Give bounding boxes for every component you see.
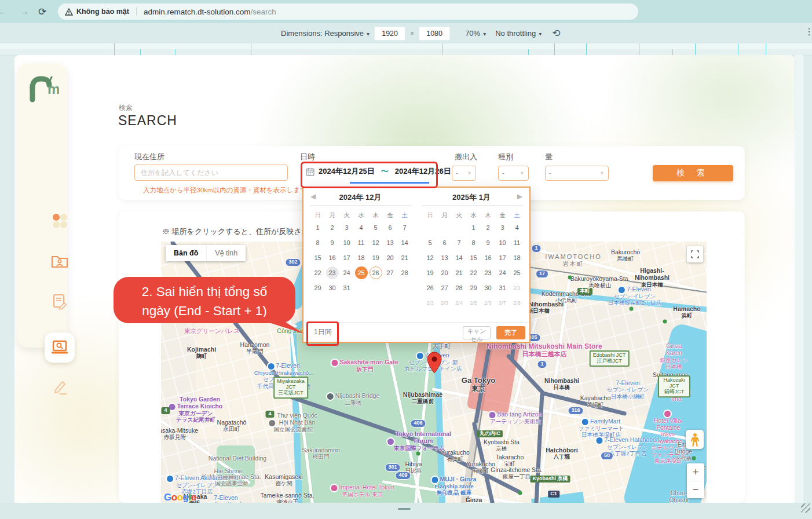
fullscreen-button[interactable] <box>687 246 703 262</box>
calendar-day[interactable]: 19 <box>368 251 383 266</box>
calendar-day[interactable]: 9 <box>481 236 495 251</box>
calendar-day[interactable]: 27 <box>437 282 452 297</box>
calendar-day[interactable]: 12 <box>368 236 383 251</box>
calendar-day[interactable]: 11 <box>510 236 524 251</box>
calendar-day[interactable]: 3 <box>339 221 354 236</box>
map-tab[interactable]: Bản đồ <box>166 245 206 261</box>
viewport-height-input[interactable] <box>419 27 450 41</box>
calendar-day[interactable]: 19 <box>423 266 437 282</box>
calendar-day[interactable]: 13 <box>383 236 397 251</box>
sidebar-item-search-active[interactable] <box>45 332 75 363</box>
calendar-day[interactable]: 28 <box>397 266 412 282</box>
calendar-day[interactable]: 2/5 <box>466 297 481 312</box>
map-pin[interactable] <box>427 352 442 376</box>
sidebar-item-documents[interactable] <box>45 287 75 317</box>
zoom-out-button[interactable]: − <box>687 481 704 498</box>
calendar-day[interactable]: 27 <box>383 266 397 282</box>
calendar-day[interactable]: 25 <box>354 266 368 282</box>
calendar-day[interactable]: 14 <box>397 236 412 251</box>
pegman-control[interactable] <box>686 430 704 449</box>
calendar-day[interactable]: 21 <box>452 266 466 282</box>
type-select[interactable]: - <box>498 166 529 181</box>
calendar-day[interactable]: 23 <box>325 266 339 282</box>
calendar-day[interactable]: 11 <box>354 236 368 251</box>
rotate-device-icon[interactable]: ⟲ <box>552 27 560 39</box>
calendar-day[interactable]: 4 <box>510 221 524 236</box>
viewport-resize-handle[interactable] <box>398 508 411 510</box>
zoom-in-button[interactable]: + <box>687 464 704 481</box>
sidebar-item-edit[interactable] <box>45 372 75 402</box>
calendar-day[interactable]: 3 <box>495 221 510 236</box>
calendar-day[interactable]: 30 <box>325 282 339 297</box>
calendar-day[interactable]: 29 <box>466 282 481 297</box>
calendar-day[interactable]: 23 <box>481 266 495 282</box>
qty-select[interactable]: - <box>545 166 609 181</box>
calendar-day[interactable]: 13 <box>437 251 452 266</box>
calendar-day[interactable]: 15 <box>466 251 481 266</box>
calendar-day[interactable]: 31 <box>339 282 354 297</box>
calendar-day[interactable]: 2/4 <box>452 297 466 312</box>
corner-resize-handle[interactable] <box>801 503 810 513</box>
zoom-dropdown[interactable]: 70% <box>465 29 486 38</box>
satellite-tab[interactable]: Vệ tinh <box>206 245 246 261</box>
calendar-day[interactable]: 10 <box>339 236 354 251</box>
calendar-day[interactable]: 17 <box>495 251 510 266</box>
calendar-day[interactable]: 31 <box>495 282 510 297</box>
calendar-day[interactable]: 14 <box>452 251 466 266</box>
calendar-day[interactable]: 2/7 <box>495 297 510 312</box>
calendar-day[interactable]: 1 <box>466 221 481 236</box>
calendar-day[interactable]: 30 <box>481 282 495 297</box>
calendar-day[interactable]: 25 <box>510 266 524 282</box>
calendar-day[interactable]: 5 <box>368 221 383 236</box>
calendar-day[interactable]: 15 <box>310 251 325 266</box>
calendar-day[interactable]: 20 <box>383 251 397 266</box>
calendar-day[interactable]: 29 <box>310 282 325 297</box>
viewport-width-input[interactable] <box>374 27 405 41</box>
calendar-day[interactable]: 17 <box>339 251 354 266</box>
forward-icon[interactable]: → <box>20 6 30 17</box>
calendar-day[interactable]: 12 <box>423 251 437 266</box>
calendar-day[interactable]: 28 <box>452 282 466 297</box>
calendar-day[interactable]: 2/1 <box>510 282 524 297</box>
calendar-day[interactable]: 8 <box>466 236 481 251</box>
throttling-dropdown[interactable]: No throttling <box>495 29 542 38</box>
sidebar-item-dashboard[interactable] <box>45 206 75 236</box>
calendar-day[interactable]: 2 <box>481 221 495 236</box>
calendar-day[interactable]: 21 <box>397 251 412 266</box>
calendar-day[interactable]: 7 <box>397 221 412 236</box>
calendar-day[interactable]: 8 <box>310 236 325 251</box>
devtools-menu-icon[interactable]: ⋮ <box>804 26 812 37</box>
sidebar-item-profiles[interactable] <box>45 246 75 276</box>
calendar-day[interactable]: 24 <box>339 266 354 282</box>
url-bar[interactable]: Không bảo mật admin.rematch.dt-solution.… <box>58 3 638 20</box>
calendar-day[interactable]: 1 <box>310 221 325 236</box>
calendar-day[interactable]: 22 <box>466 266 481 282</box>
calendar-day[interactable]: 7 <box>452 236 466 251</box>
done-button[interactable]: 完了 <box>496 326 525 339</box>
calendar-day[interactable]: 2/2 <box>423 297 437 312</box>
calendar-day[interactable]: 9 <box>325 236 339 251</box>
page-scrollbar[interactable] <box>795 55 803 503</box>
carry-select[interactable]: - <box>452 166 476 181</box>
calendar-day[interactable]: 5 <box>423 236 437 251</box>
address-input[interactable] <box>134 165 288 181</box>
reload-icon[interactable]: ⟳ <box>38 6 46 18</box>
calendar-day[interactable]: 16 <box>325 251 339 266</box>
calendar-day[interactable]: 26 <box>368 266 383 282</box>
calendar-day[interactable]: 18 <box>510 251 524 266</box>
calendar-day[interactable]: 6 <box>383 221 397 236</box>
calendar-day[interactable]: 24 <box>495 266 510 282</box>
calendar-day[interactable]: 22 <box>310 266 325 282</box>
calendar-day[interactable]: 2/6 <box>481 297 495 312</box>
calendar-day[interactable]: 10 <box>495 236 510 251</box>
calendar-day[interactable]: 6 <box>437 236 452 251</box>
rematch-logo[interactable]: m <box>27 74 59 107</box>
calendar-day[interactable]: 4 <box>354 221 368 236</box>
dimensions-dropdown[interactable]: Dimensions: Responsive <box>281 29 370 38</box>
calendar-day[interactable]: 2/3 <box>437 297 452 312</box>
calendar-day[interactable]: 20 <box>437 266 452 282</box>
cancel-button[interactable]: キャンセル <box>463 326 491 339</box>
search-button[interactable]: 検 索 <box>653 165 733 181</box>
calendar-day[interactable]: 18 <box>354 251 368 266</box>
security-chip[interactable]: Không bảo mật <box>65 8 137 16</box>
